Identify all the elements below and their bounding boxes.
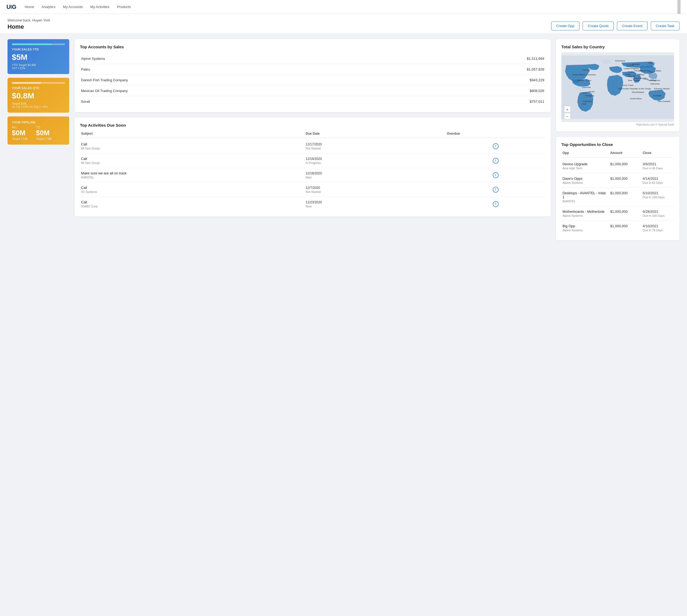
opps-col-opp: Opp bbox=[562, 151, 608, 155]
opp-name-cell: Device Upgrade Asia High Tech bbox=[562, 162, 608, 170]
activity-overdue: ! bbox=[447, 201, 544, 207]
opp-amount: $1,000,000 bbox=[610, 210, 641, 214]
overdue-icon: ! bbox=[493, 201, 499, 207]
sales-qtd-label: Your Sales QTD bbox=[12, 86, 65, 90]
account-amount: $943,229 bbox=[412, 75, 545, 86]
col-subject: Subject bbox=[81, 132, 303, 135]
overdue-icon: ! bbox=[493, 172, 499, 178]
page-header: Welcome back, Huyen York Home Create Opp… bbox=[0, 14, 687, 34]
overdue-icon: ! bbox=[493, 143, 499, 149]
account-name: Danish Fish Trading Company bbox=[80, 75, 412, 86]
opps-col-close: Close bbox=[643, 151, 673, 155]
nav-my-accounts[interactable]: My Accounts bbox=[63, 5, 83, 9]
activity-subject: Make sure we are all on track AVANTEL bbox=[81, 171, 303, 179]
logo: UIG bbox=[6, 3, 16, 10]
activity-subject: Call Mt Tam Group bbox=[81, 142, 303, 150]
account-name: Sorali bbox=[80, 96, 412, 107]
account-row[interactable]: Danish Fish Trading Company$943,229 bbox=[80, 75, 545, 86]
opp-row[interactable]: Big Opp Alpine Systems $1,000,000 4/10/2… bbox=[561, 221, 674, 235]
main-content: Your Sales YTD $5M YTD Target $4.8M YoY … bbox=[0, 34, 687, 246]
nav-my-activities[interactable]: My Activities bbox=[90, 5, 110, 9]
sales-ytd-value: $5M bbox=[12, 52, 65, 62]
activity-overdue: ! bbox=[447, 172, 544, 178]
pipeline-label: Your Pipeline bbox=[12, 121, 65, 124]
account-row[interactable]: Sorali$757,011 bbox=[80, 96, 545, 107]
top-opps-panel: Top Opportunities to Close Opp Amount Cl… bbox=[556, 137, 680, 240]
left-column: Your Sales YTD $5M YTD Target $4.8M YoY … bbox=[7, 39, 69, 240]
activity-date: 11/23/2020 New bbox=[306, 200, 445, 208]
col-overdue: Overdue bbox=[447, 132, 544, 135]
pipeline-row: ALL $0M Target 1.5M TQ $0M Target 1.5M bbox=[12, 126, 65, 140]
activities-header: Subject Due Date Overdue bbox=[80, 132, 545, 138]
nav-products[interactable]: Products bbox=[117, 5, 131, 9]
activity-date: 12/16/2020 In Progress bbox=[306, 157, 445, 164]
welcome-text: Welcome back, Huyen York bbox=[7, 18, 50, 22]
header-buttons: Create Opp Create Quote Create Event Cre… bbox=[551, 21, 680, 30]
account-row[interactable]: Pateu$1,057,928 bbox=[80, 64, 545, 75]
pipeline-card: Your Pipeline ALL $0M Target 1.5M TQ $0M… bbox=[7, 116, 69, 145]
top-accounts-title: Top Accounts by Sales bbox=[80, 45, 545, 49]
activity-date: 12/7/2020 Not Started bbox=[306, 186, 445, 194]
page-title: Home bbox=[7, 23, 50, 30]
map-panel: Total Sales by Country bbox=[556, 39, 680, 131]
opp-amount: $1,000,000 bbox=[610, 162, 641, 166]
opp-amount: $1,000,000 bbox=[610, 224, 641, 228]
pipeline-tq-label: TQ bbox=[36, 126, 51, 129]
pipeline-all: ALL $0M Target 1.5M bbox=[12, 126, 27, 140]
zoom-in-button[interactable]: + bbox=[564, 106, 571, 112]
sales-ytd-target: YTD Target $4.8M bbox=[12, 63, 65, 67]
zoom-out-button[interactable]: − bbox=[564, 113, 571, 119]
nav-home[interactable]: Home bbox=[25, 5, 34, 9]
nav-links: Home Analytics My Accounts My Activities… bbox=[25, 5, 131, 9]
create-opp-button[interactable]: Create Opp bbox=[551, 21, 579, 30]
activity-row[interactable]: Call 3C Systems 12/7/2020 Not Started ! bbox=[80, 182, 545, 197]
top-opps-title: Top Opportunities to Close bbox=[561, 142, 674, 147]
activity-overdue: ! bbox=[447, 187, 544, 193]
top-activities-title: Top Activities Due Soon bbox=[80, 123, 545, 128]
account-amount: $757,011 bbox=[412, 96, 545, 107]
opp-row[interactable]: Motherboards - Motherlode Alpine Systems… bbox=[561, 206, 674, 221]
opp-close: 4/10/2021 Due in 79 Days bbox=[643, 224, 673, 232]
sales-qtd-target: Target $1M bbox=[12, 102, 65, 105]
account-name: Mexican Oil Trading Company bbox=[80, 86, 412, 96]
map-area: GreenlandIcelandSwedenUnited KingdomRuss… bbox=[561, 52, 674, 122]
create-task-button[interactable]: Create Task bbox=[651, 21, 680, 30]
top-accounts-panel: Top Accounts by Sales Alpine Systems$1,5… bbox=[74, 39, 551, 112]
pipeline-tq-target: Target 1.5M bbox=[36, 137, 51, 140]
activity-row[interactable]: Call Mt Tam Group 12/16/2020 In Progress… bbox=[80, 153, 545, 168]
activities-list: Call Mt Tam Group 12/17/2020 Not Started… bbox=[80, 139, 545, 211]
map-credit: Highcharts.com © Natural Earth bbox=[561, 123, 674, 126]
activity-subject: Call 00ABC Corp bbox=[81, 200, 303, 208]
opps-list: Device Upgrade Asia High Tech $1,000,000… bbox=[561, 159, 674, 235]
opp-close: 5/10/2021 Due in 108 Days bbox=[643, 191, 673, 199]
world-map-svg bbox=[561, 52, 674, 122]
sales-ytd-label: Your Sales YTD bbox=[12, 48, 65, 51]
map-controls: + − bbox=[564, 106, 571, 119]
sales-qtd-card: Your Sales QTD $0.8M Target $1M Vs LQ +1… bbox=[7, 78, 69, 113]
account-name: Pateu bbox=[80, 64, 412, 75]
activity-row[interactable]: Call Mt Tam Group 12/17/2020 Not Started… bbox=[80, 139, 545, 153]
activity-subject: Call 3C Systems bbox=[81, 186, 303, 194]
pipeline-all-value: $0M bbox=[12, 129, 27, 137]
activity-overdue: ! bbox=[447, 143, 544, 149]
account-row[interactable]: Alpine Systems$1,511,694 bbox=[80, 53, 545, 64]
sales-qtd-value: $0.8M bbox=[12, 91, 65, 100]
scrollbar[interactable] bbox=[677, 0, 681, 14]
account-row[interactable]: Mexican Oil Trading Company$808,026 bbox=[80, 86, 545, 96]
activity-row[interactable]: Call 00ABC Corp 11/23/2020 New ! bbox=[80, 197, 545, 211]
account-amount: $1,057,928 bbox=[412, 64, 545, 75]
opp-name-cell: Dave's Opps Alpine Systems bbox=[562, 177, 608, 184]
create-quote-button[interactable]: Create Quote bbox=[583, 21, 614, 30]
opp-row[interactable]: Device Upgrade Asia High Tech $1,000,000… bbox=[561, 159, 674, 173]
sales-ytd-yoy: YoY +12% bbox=[12, 67, 65, 70]
nav-analytics[interactable]: Analytics bbox=[42, 5, 56, 9]
create-event-button[interactable]: Create Event bbox=[617, 21, 647, 30]
map-title: Total Sales by Country bbox=[561, 45, 674, 49]
opp-row[interactable]: Desktops - AVANTEL - Inital 1 AVANTEL $1… bbox=[561, 188, 674, 206]
activity-row[interactable]: Make sure we are all on track AVANTEL 12… bbox=[80, 168, 545, 182]
header-left: Welcome back, Huyen York Home bbox=[7, 18, 50, 30]
opp-name-cell: Big Opp Alpine Systems bbox=[562, 224, 608, 232]
opp-row[interactable]: Dave's Opps Alpine Systems $1,000,000 4/… bbox=[561, 173, 674, 188]
right-column: Total Sales by Country bbox=[556, 39, 680, 240]
middle-column: Top Accounts by Sales Alpine Systems$1,5… bbox=[74, 39, 551, 240]
